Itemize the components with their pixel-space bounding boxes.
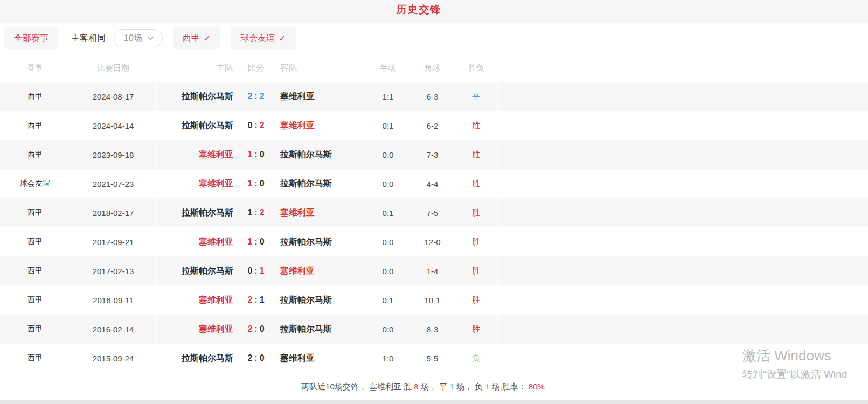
date-cell: 2016-02-14 [70, 325, 156, 334]
home-team-cell: 拉斯帕尔马斯 [156, 120, 235, 131]
corner-cell: 4-4 [409, 179, 455, 189]
away-team-cell: 拉斯帕尔马斯 [276, 149, 366, 161]
away-score: 0 [260, 237, 265, 246]
header-corner: 角球 [409, 63, 455, 73]
win-count: 8 [414, 382, 418, 391]
header-half: 半场 [366, 63, 409, 73]
score-cell: 1:0 [235, 179, 276, 189]
table-rows: 西甲 2024-08-17 拉斯帕尔马斯 2:2 塞维利亚 1:1 6-3 平 … [0, 82, 868, 373]
chevron-down-icon [147, 34, 155, 43]
halftime-cell: 0:1 [366, 121, 409, 130]
league-cell: 西甲 [0, 353, 70, 363]
result-cell: 平 [455, 92, 497, 102]
summary-mid1: 场， 平 [419, 382, 450, 391]
home-team-cell: 塞维利亚 [156, 295, 235, 306]
summary-prefix: 两队近10场交锋， 塞维利亚 胜 [301, 382, 414, 391]
home-score: 2 [247, 353, 252, 363]
filter-same-venue[interactable]: 主客相同 [71, 33, 106, 44]
column-divider [497, 82, 498, 373]
score-cell: 1:0 [235, 150, 276, 159]
date-cell: 2024-08-17 [70, 92, 156, 101]
filter-count-dropdown[interactable]: 10场 [114, 29, 163, 47]
league-cell: 西甲 [0, 324, 70, 334]
away-score: 1 [260, 266, 265, 275]
filter-all-matches[interactable]: 全部赛事 [4, 27, 58, 49]
win-rate: 80% [529, 382, 545, 391]
result-cell: 胜 [455, 150, 497, 160]
table-row: 西甲 2016-02-14 塞维利亚 2:0 拉斯帕尔马斯 0:0 8-3 胜 [0, 315, 868, 344]
league-cell: 西甲 [0, 208, 70, 218]
title-band: 历史交锋 [0, 0, 868, 23]
away-team-cell: 拉斯帕尔马斯 [276, 178, 366, 190]
corner-cell: 7-5 [409, 208, 455, 218]
result-cell: 胜 [455, 295, 497, 305]
date-cell: 2017-09-21 [70, 238, 156, 247]
filter-all-matches-label: 全部赛事 [14, 33, 48, 44]
score-cell: 2:2 [235, 92, 276, 101]
table-row: 球会友谊 2021-07-23 塞维利亚 1:0 拉斯帕尔马斯 0:0 4-4 … [0, 169, 868, 198]
home-score: 2 [247, 92, 252, 101]
score-cell: 0:2 [235, 121, 276, 130]
filter-friendly[interactable]: 球会友谊 ✓ [231, 27, 295, 49]
away-score: 2 [260, 208, 265, 217]
home-score: 0 [247, 121, 252, 130]
summary-line: 两队近10场交锋， 塞维利亚 胜 8 场， 平 1 场， 负 1 场,胜率： 8… [0, 373, 846, 392]
away-score: 0 [260, 324, 265, 333]
score-cell: 2:0 [235, 324, 276, 334]
summary-mid2: 场， 负 [454, 382, 485, 391]
league-cell: 西甲 [0, 92, 70, 101]
corner-cell: 5-5 [409, 354, 455, 363]
home-score: 2 [247, 324, 252, 333]
score-cell: 1:0 [235, 237, 276, 247]
header-date: 比赛日期 [70, 63, 156, 73]
league-cell: 西甲 [0, 237, 70, 247]
away-score: 2 [260, 92, 265, 101]
away-team-cell: 拉斯帕尔马斯 [276, 324, 366, 335]
table-row: 西甲 2024-04-14 拉斯帕尔马斯 0:2 塞维利亚 0:1 6-2 胜 [0, 111, 868, 140]
date-cell: 2024-04-14 [70, 121, 156, 130]
corner-cell: 8-3 [409, 325, 455, 334]
corner-cell: 12-0 [409, 238, 455, 247]
score-colon: : [254, 295, 257, 304]
header-home: 主队 [156, 62, 235, 74]
page-title: 历史交锋 [397, 3, 442, 17]
away-score: 2 [260, 121, 265, 130]
away-score: 0 [260, 150, 265, 159]
score-cell: 1:2 [235, 208, 276, 218]
corner-cell: 1-4 [409, 267, 455, 276]
check-icon: ✓ [279, 33, 286, 44]
bottom-strip [0, 400, 868, 404]
league-cell: 西甲 [0, 266, 70, 276]
corner-cell: 6-2 [409, 121, 455, 130]
away-team-cell: 塞维利亚 [276, 91, 366, 102]
halftime-cell: 0:0 [366, 150, 409, 159]
halftime-cell: 1:1 [366, 92, 409, 101]
corner-cell: 7-3 [409, 150, 455, 159]
home-score: 1 [247, 179, 252, 188]
score-cell: 2:1 [235, 295, 276, 305]
result-cell: 胜 [455, 237, 497, 247]
home-score: 1 [247, 208, 252, 217]
halftime-cell: 0:0 [366, 267, 409, 276]
header-score: 比分 [235, 62, 276, 74]
away-team-cell: 拉斯帕尔马斯 [276, 236, 366, 248]
home-score: 1 [247, 150, 252, 159]
header-league: 赛事 [0, 63, 70, 73]
table-row: 西甲 2023-09-18 塞维利亚 1:0 拉斯帕尔马斯 0:0 7-3 胜 [0, 140, 868, 169]
filter-count-value: 10场 [124, 33, 142, 44]
score-cell: 0:1 [235, 266, 276, 276]
score-colon: : [254, 150, 257, 159]
table-row: 西甲 2016-09-11 塞维利亚 2:1 拉斯帕尔马斯 0:1 10-1 胜 [0, 285, 868, 315]
score-colon: : [254, 92, 257, 101]
corner-cell: 10-1 [409, 296, 455, 305]
away-team-cell: 拉斯帕尔马斯 [276, 295, 366, 306]
filter-league-xijia[interactable]: 西甲 ✓ [173, 27, 220, 49]
halftime-cell: 0:1 [366, 208, 409, 218]
head-to-head-table: 赛事 比赛日期 主队 比分 客队 半场 角球 胜负 西甲 2024-08-17 … [0, 54, 868, 373]
filter-bar: 全部赛事 主客相同 10场 西甲 ✓ 球会友谊 ✓ [0, 23, 868, 54]
head-to-head-page: 历史交锋 全部赛事 主客相同 10场 西甲 ✓ 球会友谊 ✓ 赛事 比赛日期 主… [0, 0, 868, 404]
score-colon: : [254, 353, 257, 363]
home-team-cell: 塞维利亚 [156, 236, 235, 248]
away-team-cell: 塞维利亚 [276, 207, 366, 219]
score-colon: : [254, 179, 257, 188]
